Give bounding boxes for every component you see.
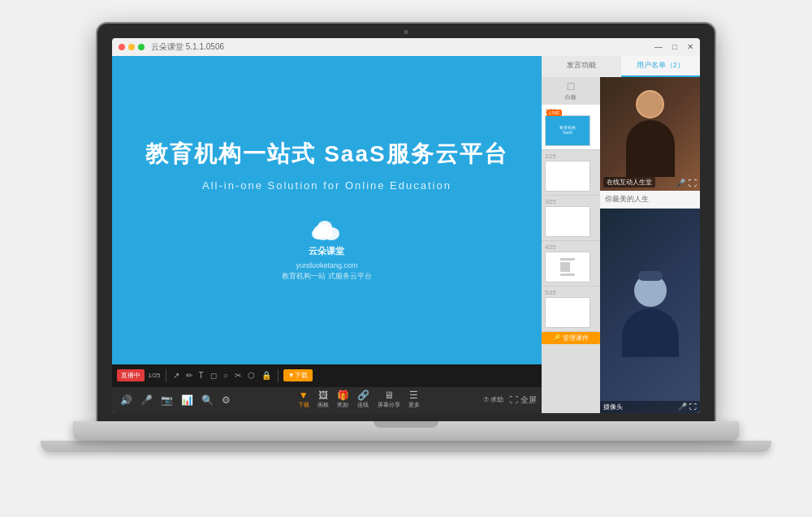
live-indicator: 直播中 (117, 369, 145, 381)
body-2 (622, 308, 679, 357)
laptop-wrapper: 云朵课堂 5.1.1.0506 — □ ✕ 教育机构一站式 SaaS服务云平台 … (57, 24, 755, 494)
settings-btn[interactable]: ⚙ (218, 395, 234, 405)
rect-tool[interactable]: ◻ (209, 371, 218, 380)
main-video-feed (600, 77, 700, 191)
video1-controls: 🎤 ⛶ (676, 179, 697, 187)
svg-point-3 (317, 221, 332, 234)
pen-tool[interactable]: ✏ (184, 371, 194, 380)
secondary-video-feed (600, 209, 700, 413)
window-controls: — □ ✕ (654, 42, 693, 51)
more-btn[interactable]: ☰ 更多 (405, 390, 423, 409)
main-video: 在线互动人生堂 🎤 ⛶ (600, 77, 700, 191)
manage-courseware-btn[interactable]: 🔑 管理课件 (542, 332, 600, 344)
cloud-logo-icon (307, 216, 346, 242)
screen-share-btn[interactable]: 🖥 屏幕分享 (374, 390, 404, 409)
right-tabs: 发言功能 用户名单（2） (542, 56, 700, 77)
pointer-tool[interactable]: ↗ (171, 371, 181, 380)
video1-label: 在线互动人生堂 (603, 177, 655, 187)
screen-inner: 云朵课堂 5.1.1.0506 — □ ✕ 教育机构一站式 SaaS服务云平台 … (112, 38, 700, 413)
video2-controls: 🎤 ⛶ (678, 403, 697, 411)
thumb-4[interactable]: 4/25 (542, 241, 600, 287)
slide-area: 教育机构一站式 SaaS服务云平台 All-in-one Solution fo… (112, 56, 542, 413)
logo-url: yunduoketang.com 教育机构一站 式服务云平台 (282, 261, 372, 281)
app-title: 云朵课堂 5.1.1.0506 (151, 41, 654, 53)
thumb-img-1: 教育机构SaaS (545, 115, 590, 146)
whiteboard-nav-btn[interactable]: □ 白板 (542, 77, 600, 105)
slides-thumbnails: □ 白板 1/25 教育机构SaaS (542, 77, 600, 413)
drawing-toolbar: 直播中 1/25 ↗ ✏ T ◻ ○ ✂ ⬡ 🔒 ▼下载 (112, 364, 542, 387)
reward-btn[interactable]: 🎁 奖励 (334, 390, 352, 409)
thumb-3[interactable]: 3/25 (542, 196, 600, 241)
tab-users[interactable]: 用户名单（2） (621, 56, 701, 77)
thumb-img-2 (545, 161, 590, 192)
video2-mic-icon[interactable]: 🎤 (678, 403, 687, 411)
laser-tool[interactable]: ⬡ (246, 371, 257, 380)
video1-expand-icon[interactable]: ⛶ (689, 179, 697, 187)
minimize-dot[interactable] (128, 44, 135, 50)
slide-logo-area: 云朵课堂 yunduoketang.com 教育机构一站 式服务云平台 (282, 216, 372, 281)
laptop-notch (374, 421, 438, 428)
text-tool[interactable]: T (197, 371, 205, 380)
page-indicator: 1/25 (148, 372, 161, 379)
video-area: 在线互动人生堂 🎤 ⛶ 你最美的人生 (600, 77, 700, 413)
thumb-img-4 (545, 252, 590, 282)
thumb-1[interactable]: 1/25 教育机构SaaS LIVE (542, 105, 600, 150)
thumb-img-3 (545, 206, 590, 237)
thumb-img-5 (545, 297, 590, 328)
download-btn[interactable]: ▼下载 (283, 369, 313, 381)
lock-tool[interactable]: 🔒 (260, 371, 273, 380)
thumb-2[interactable]: 2/25 (542, 150, 600, 196)
slide-title-en: All-in-one Solution for Online Education (202, 179, 451, 192)
camera-btn[interactable]: 📷 (158, 395, 176, 405)
separator2 (278, 369, 279, 382)
right-panel: 发言功能 用户名单（2） □ (542, 56, 700, 413)
slide-main: 教育机构一站式 SaaS服务云平台 All-in-one Solution fo… (112, 56, 542, 364)
secondary-video: 摄像头 🎤 ⛶ (600, 209, 700, 413)
maximize-dot[interactable] (138, 44, 145, 50)
connect-btn[interactable]: 🔗 连线 (354, 390, 373, 409)
search-btn[interactable]: 🔍 (198, 395, 217, 405)
right-content: □ 白板 1/25 教育机构SaaS (542, 77, 700, 413)
laptop-body (73, 421, 739, 441)
mic-btn[interactable]: 🔊 (117, 395, 136, 405)
live-badge: LIVE (546, 110, 562, 116)
title-bar: 云朵课堂 5.1.1.0506 — □ ✕ (112, 38, 700, 56)
close-dot[interactable] (119, 44, 125, 50)
tab-speech[interactable]: 发言功能 (542, 56, 621, 77)
circle-tool[interactable]: ○ (222, 371, 230, 380)
right-toolbar-btns: ⑦ 求助 ⛶ 全屏 (483, 394, 537, 406)
body-1 (626, 120, 675, 177)
hat (638, 271, 663, 281)
restore-btn[interactable]: □ (672, 42, 677, 51)
presenter-figure (626, 90, 675, 177)
window-dots (119, 44, 145, 50)
bottom-toolbar: 🔊 🎤 📷 📊 🔍 (112, 387, 542, 413)
separator (166, 369, 166, 382)
download-main-btn[interactable]: ▼ 下载 (295, 390, 313, 409)
video2-label: 摄像头 (603, 403, 623, 411)
video2-expand-icon[interactable]: ⛶ (689, 403, 697, 411)
video1-mic-icon[interactable]: 🎤 (676, 179, 685, 187)
chat-name-area: 你最美的人生 (600, 191, 700, 209)
app-content: 教育机构一站式 SaaS服务云平台 All-in-one Solution fo… (112, 56, 700, 413)
thumb-5[interactable]: 5/25 (542, 287, 600, 332)
head-1 (636, 90, 664, 118)
logo-name: 云朵课堂 (309, 245, 344, 257)
stats-btn[interactable]: 📊 (178, 395, 197, 405)
laptop-base (41, 441, 771, 452)
close-btn[interactable]: ✕ (687, 42, 693, 51)
fullscreen-btn[interactable]: ⛶ 全屏 (510, 394, 537, 406)
minimize-btn[interactable]: — (654, 42, 663, 51)
student-figure (622, 265, 679, 357)
audio-btn[interactable]: 🎤 (137, 395, 156, 405)
camera-dot (404, 30, 408, 34)
laptop-screen: 云朵课堂 5.1.1.0506 — □ ✕ 教育机构一站式 SaaS服务云平台 … (97, 24, 715, 421)
whiteboard-btn[interactable]: 🖼 画板 (314, 390, 332, 409)
slide-title-zh: 教育机构一站式 SaaS服务云平台 (145, 139, 508, 170)
video2-bottom-bar: 摄像头 🎤 ⛶ (600, 401, 700, 413)
eraser-tool[interactable]: ✂ (233, 371, 243, 380)
help-btn[interactable]: ⑦ 求助 (483, 395, 503, 404)
